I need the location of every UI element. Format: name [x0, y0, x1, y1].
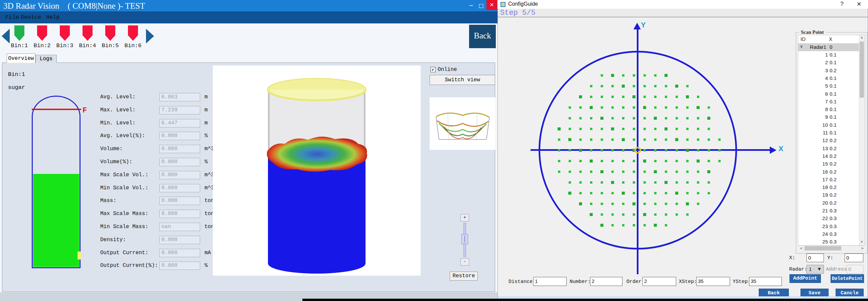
dialog-close-icon[interactable]: ✕ [854, 1, 864, 8]
scan-row-id-10[interactable]: 10 [815, 122, 828, 128]
column-header-x[interactable]: X [829, 36, 832, 42]
scan-row-x-6[interactable]: 0.1 [830, 91, 837, 97]
add-point-button[interactable]: AddPoint [789, 274, 821, 283]
menu-help[interactable]: Help [44, 11, 62, 23]
scan-row-x-9[interactable]: 0.1 [830, 114, 837, 120]
restore-button[interactable]: Restore [450, 272, 478, 281]
zoom-in-button[interactable]: + [460, 214, 469, 221]
scan-row-x-3[interactable]: 0.2 [830, 67, 837, 73]
scan-row-x-16[interactable]: 0.2 [830, 169, 837, 174]
next-bin-arrow-icon[interactable] [146, 29, 154, 44]
chevron-down-icon[interactable]: ▼ [818, 267, 820, 271]
surface-thumbnail-panel[interactable] [430, 97, 495, 150]
horizontal-scrollbar-thumb[interactable] [805, 246, 841, 250]
field-value-0[interactable]: 6.863 [159, 93, 200, 101]
scan-row-x-8[interactable]: 0.1 [830, 106, 837, 112]
zoom-slider-handle[interactable] [461, 234, 468, 244]
scan-row-x-12[interactable]: 0.2 [830, 137, 837, 143]
scan-row-id-1[interactable]: 1 [815, 52, 828, 57]
scan-row-x-22[interactable]: 0.3 [830, 215, 837, 221]
field-value-11[interactable]: 0.000 [159, 236, 200, 244]
zoom-out-button[interactable]: - [460, 258, 469, 266]
scan-row-x-15[interactable]: 0.2 [830, 161, 837, 167]
scan-row-x-24[interactable]: 0.3 [830, 231, 837, 237]
radar-select[interactable]: 1 [807, 265, 824, 274]
close-icon[interactable]: ✕ [487, 0, 497, 10]
scan-row-x-17[interactable]: 0.2 [830, 176, 837, 182]
scan-row-id-6[interactable]: 6 [815, 91, 828, 97]
x-field[interactable]: 0 [807, 253, 824, 262]
scan-row-x-1[interactable]: 0.1 [830, 52, 837, 57]
scan-row-id-11[interactable]: 11 [815, 130, 828, 135]
maximize-icon[interactable]: □ [476, 2, 486, 10]
scan-row-x-18[interactable]: 0.2 [830, 184, 837, 190]
scan-row-id-25[interactable]: 25 [815, 239, 828, 245]
param-input-2[interactable]: 2 [643, 277, 676, 286]
scan-row-id-20[interactable]: 20 [815, 200, 828, 206]
scan-row-id-21[interactable]: 21 [815, 208, 828, 213]
tab-logs[interactable]: Logs [35, 55, 57, 63]
scan-row-x-10[interactable]: 0.1 [830, 122, 837, 128]
scan-row-id-22[interactable]: 22 [815, 215, 828, 221]
scroll-up-icon[interactable]: ∧ [859, 35, 865, 41]
scan-row-x-7[interactable]: 0.1 [830, 99, 837, 104]
field-value-4[interactable]: 0.000 [159, 145, 200, 153]
field-value-5[interactable]: 0.000 [159, 158, 200, 166]
vertical-scrollbar-thumb[interactable] [860, 42, 864, 98]
tree-chevron-icon[interactable]: ∨ [800, 44, 803, 49]
scan-row-id-5[interactable]: 5 [815, 83, 828, 89]
delete-point-button[interactable]: DeletePoint [831, 274, 864, 283]
silo-3d-view[interactable] [213, 65, 421, 276]
scan-row-x-23[interactable]: 0.3 [830, 223, 837, 229]
scan-row-x-4[interactable]: 0.1 [830, 75, 837, 81]
minimize-icon[interactable]: ─ [466, 2, 476, 10]
previous-bin-arrow-icon[interactable] [2, 29, 10, 44]
scroll-down-icon[interactable]: ∨ [859, 240, 865, 245]
field-value-3[interactable]: 0.000 [159, 132, 200, 140]
scan-row-id-8[interactable]: 8 [815, 106, 828, 112]
scan-row-id-9[interactable]: 9 [815, 114, 828, 120]
scan-row-x-5[interactable]: 0.1 [830, 83, 837, 89]
scan-row-x-11[interactable]: 0.1 [830, 130, 837, 135]
param-input-4[interactable]: 35 [749, 277, 782, 286]
param-input-3[interactable]: 35 [696, 277, 730, 286]
field-value-13[interactable]: 0.000 [159, 262, 200, 270]
online-checkbox[interactable]: ✔ [430, 67, 436, 72]
scroll-right-icon[interactable]: > [860, 246, 865, 251]
field-value-1[interactable]: 7.239 [159, 106, 200, 114]
scan-row-radar1[interactable] [798, 44, 859, 51]
field-value-12[interactable]: 0.000 [159, 249, 200, 257]
scan-row-x-21[interactable]: 0.3 [830, 208, 837, 213]
scan-row-id-4[interactable]: 4 [815, 75, 828, 81]
switch-view-button[interactable]: Switch view [430, 75, 495, 85]
y-field[interactable]: 0 [845, 253, 863, 262]
menu-file[interactable]: File [3, 11, 21, 23]
scan-row-id-2[interactable]: 2 [815, 59, 828, 65]
field-value-9[interactable]: 0.000 [159, 210, 200, 218]
configguide-titlebar[interactable] [497, 0, 868, 9]
scan-row-x-13[interactable]: 0.2 [830, 145, 837, 151]
field-value-6[interactable]: 0.000 [159, 171, 200, 179]
scan-row-id-16[interactable]: 16 [815, 169, 828, 174]
scroll-left-icon[interactable]: < [799, 246, 804, 251]
scan-row-x-19[interactable]: 0.2 [830, 192, 837, 198]
field-value-2[interactable]: 6.447 [159, 119, 200, 128]
param-input-1[interactable]: 2 [590, 277, 622, 286]
scan-row-x-14[interactable]: 0.2 [830, 153, 837, 159]
field-value-8[interactable]: 0.000 [159, 197, 200, 205]
scan-row-id-19[interactable]: 19 [815, 192, 828, 198]
help-icon[interactable]: ? [837, 1, 847, 8]
field-value-10[interactable]: nan [159, 223, 200, 231]
param-input-0[interactable]: 1 [533, 277, 567, 286]
column-header-id[interactable]: ID [801, 36, 806, 42]
field-value-7[interactable]: 0.000 [159, 184, 200, 192]
scan-row-id-3[interactable]: 3 [815, 67, 828, 73]
scan-row-id-17[interactable]: 17 [815, 176, 828, 182]
back-button[interactable]: Back [469, 25, 496, 48]
radar-center-marker[interactable] [634, 147, 641, 154]
scan-row-id-13[interactable]: 13 [815, 145, 828, 151]
scan-row-x-2[interactable]: 0.1 [830, 59, 837, 65]
scan-row-id-14[interactable]: 14 [815, 153, 828, 159]
menu-device[interactable]: Device [19, 11, 43, 23]
scan-row-id-23[interactable]: 23 [815, 223, 828, 229]
